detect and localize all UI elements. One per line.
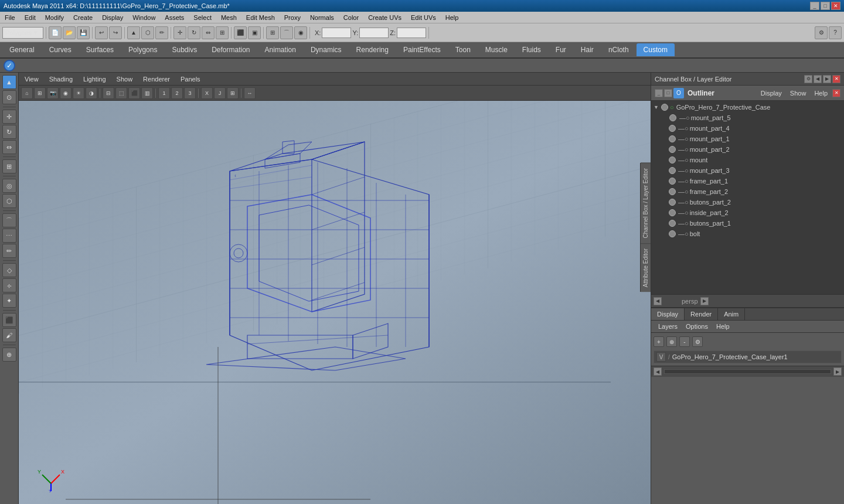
- outliner-row-mount5[interactable]: —○ mount_part_5: [651, 113, 844, 123]
- outliner-row-bolt[interactable]: —○ bolt: [651, 229, 844, 239]
- menu-proxy[interactable]: Proxy: [282, 13, 303, 22]
- vp-shadow-btn[interactable]: ◑: [86, 87, 97, 99]
- paint-effects-btn[interactable]: 🖌: [2, 328, 16, 342]
- vp-menu-lighting[interactable]: Lighting: [81, 75, 108, 83]
- tab-fluids[interactable]: Fluids: [515, 43, 548, 56]
- outliner-scroll-right[interactable]: ▶: [700, 297, 709, 305]
- outliner-row-mount4[interactable]: —○ mount_part_4: [651, 123, 844, 134]
- new-layer-from-sel-btn[interactable]: ⊕: [666, 336, 677, 347]
- vp-xray-btn[interactable]: X: [201, 87, 213, 99]
- vp-res-low-btn[interactable]: 1: [158, 87, 170, 99]
- soft-select-btn[interactable]: ◎: [2, 179, 16, 193]
- scale-tool-btn[interactable]: ⇔: [2, 140, 16, 154]
- tab-hair[interactable]: Hair: [574, 43, 601, 56]
- menu-display[interactable]: Display: [100, 13, 125, 22]
- menu-modify[interactable]: Modify: [43, 13, 66, 22]
- menu-create-uvs[interactable]: Create UVs: [366, 13, 404, 22]
- vp-xray-joints-btn[interactable]: J: [214, 87, 226, 99]
- menu-select[interactable]: Select: [191, 13, 214, 22]
- menu-create[interactable]: Create: [71, 13, 95, 22]
- tab-ncloth[interactable]: nCloth: [601, 43, 636, 56]
- tab-painteffects[interactable]: PaintEffects: [396, 43, 448, 56]
- layer-scrollbar-track[interactable]: [664, 369, 831, 374]
- channel-close-btn[interactable]: ✕: [832, 75, 840, 83]
- tab-surfaces[interactable]: Surfaces: [79, 43, 121, 56]
- snap-curve-btn[interactable]: ⌒: [280, 26, 293, 39]
- layer-settings-btn[interactable]: ⚙: [692, 336, 703, 347]
- menu-edit[interactable]: Edit: [22, 13, 38, 22]
- select-mode-btn[interactable]: ▲: [2, 75, 16, 89]
- delete-layer-btn[interactable]: -: [679, 336, 690, 347]
- outliner-help-menu[interactable]: Help: [811, 89, 831, 97]
- vp-res-med-btn[interactable]: 2: [171, 87, 183, 99]
- menu-color[interactable]: Color: [341, 13, 361, 22]
- menu-edit-mesh[interactable]: Edit Mesh: [244, 13, 277, 22]
- cluster-btn[interactable]: ✦: [2, 294, 16, 308]
- menu-normals[interactable]: Normals: [308, 13, 336, 22]
- move-btn[interactable]: ✛: [173, 26, 186, 39]
- lasso-tool-btn[interactable]: ⬡: [2, 194, 16, 208]
- pencil-btn[interactable]: ✏: [2, 244, 16, 258]
- menu-help[interactable]: Help: [443, 13, 461, 22]
- x-input[interactable]: [322, 28, 351, 38]
- tab-dynamics[interactable]: Dynamics: [304, 43, 349, 56]
- tab-fur[interactable]: Fur: [549, 43, 573, 56]
- vp-isolate-btn[interactable]: ◉: [60, 87, 72, 99]
- rotate-tool-btn[interactable]: ↻: [2, 125, 16, 139]
- rotate-btn[interactable]: ↻: [188, 26, 200, 39]
- layer-scroll-right[interactable]: ▶: [833, 367, 842, 376]
- vp-menu-panels[interactable]: Panels: [178, 75, 203, 83]
- channel-tab-display[interactable]: Display: [651, 308, 685, 320]
- vp-texture-btn[interactable]: ▥: [141, 87, 153, 99]
- vp-menu-show[interactable]: Show: [114, 75, 135, 83]
- mode-dropdown[interactable]: Polygons ▾: [2, 27, 43, 39]
- channel-next-btn[interactable]: ▶: [823, 75, 831, 83]
- select-tool-btn[interactable]: ▲: [127, 26, 140, 39]
- transform-btn[interactable]: ⊞: [216, 26, 229, 39]
- render-btn[interactable]: ⬛: [234, 26, 247, 39]
- vp-lighting-btn[interactable]: ☀: [73, 87, 84, 99]
- undo-btn[interactable]: ↩: [95, 26, 108, 39]
- home-icon-btn[interactable]: ✓: [4, 60, 15, 71]
- outliner-row-mount[interactable]: —○ mount: [651, 155, 844, 165]
- tab-rendering[interactable]: Rendering: [349, 43, 396, 56]
- vp-menu-view[interactable]: View: [22, 75, 41, 83]
- vp-grid-btn[interactable]: ⊞: [34, 87, 46, 99]
- layer-visibility-btn[interactable]: V: [656, 352, 666, 362]
- help2-btn[interactable]: ?: [829, 26, 842, 39]
- paint-btn[interactable]: ✏: [155, 26, 168, 39]
- vtab-channel-box[interactable]: Channel Box / Layer Editor: [641, 163, 651, 243]
- vp-home-btn[interactable]: ⌂: [21, 87, 33, 99]
- render-region-btn[interactable]: ⬛: [2, 313, 16, 327]
- menu-window[interactable]: Window: [130, 13, 158, 22]
- curve-tool-btn[interactable]: ⌒: [2, 213, 16, 227]
- redo-btn[interactable]: ↪: [109, 26, 122, 39]
- paint-select-btn[interactable]: ⊙: [2, 90, 16, 104]
- outliner-minimize-btn[interactable]: _: [655, 89, 663, 97]
- channel-settings-btn[interactable]: ⚙: [804, 75, 812, 83]
- channel-prev-btn[interactable]: ◀: [814, 75, 822, 83]
- maximize-button[interactable]: □: [821, 2, 830, 10]
- tab-general[interactable]: General: [2, 43, 42, 56]
- vp-res-high-btn[interactable]: 3: [184, 87, 196, 99]
- menu-file[interactable]: File: [2, 13, 18, 22]
- outliner-row-mount1[interactable]: —○ mount_part_1: [651, 134, 844, 144]
- channel-tab-anim[interactable]: Anim: [718, 308, 745, 320]
- vp-manip-btn[interactable]: ↔: [244, 87, 256, 99]
- vp-panel-btn[interactable]: ⊞: [227, 87, 239, 99]
- tab-custom[interactable]: Custom: [637, 43, 675, 56]
- minimize-button[interactable]: _: [810, 2, 819, 10]
- tab-deformation[interactable]: Deformation: [205, 43, 257, 56]
- channel-tab-render[interactable]: Render: [685, 308, 718, 320]
- outliner-row-butons2[interactable]: —○ butons_part_2: [651, 197, 844, 207]
- outliner-row-frame2[interactable]: —○ frame_part_2: [651, 186, 844, 197]
- tab-subdivs[interactable]: Subdivs: [165, 43, 204, 56]
- vp-menu-shading[interactable]: Shading: [47, 75, 75, 83]
- new-layer-btn[interactable]: +: [654, 336, 664, 347]
- lasso-btn[interactable]: ⬡: [141, 26, 154, 39]
- vp-smooth-btn[interactable]: ⬚: [115, 87, 127, 99]
- outliner-row-frame1[interactable]: —○ frame_part_1: [651, 176, 844, 186]
- show-manip-btn[interactable]: ⊞: [2, 159, 16, 173]
- vp-wireframe-btn[interactable]: ⊟: [103, 87, 114, 99]
- joint-btn[interactable]: ◇: [2, 263, 16, 277]
